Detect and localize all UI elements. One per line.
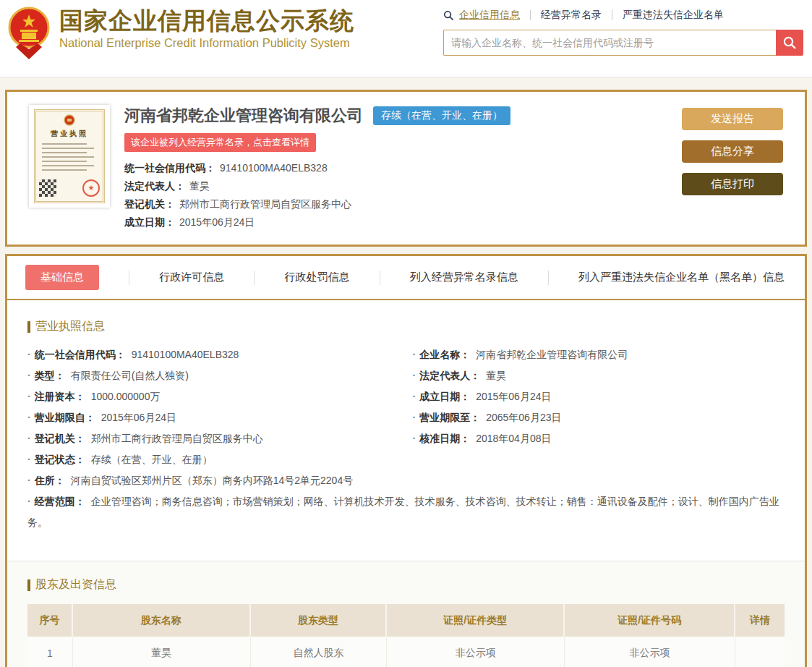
field-registration-authority: 登记机关：郑州市工商行政管理局自贸区服务中心 — [124, 195, 682, 213]
field-address: 住所：河南自贸试验区郑州片区（郑东）商务内环路14号2单元2204号 — [27, 470, 785, 491]
license-text-lines — [39, 143, 100, 171]
status-badge: 存续（在营、开业、在册） — [373, 106, 510, 125]
field-term-from: 营业期限自：2015年06月24日 — [27, 407, 400, 428]
cell-certificate-number: 非公示项 — [565, 637, 735, 667]
nav-link-abnormal-operations[interactable]: 经营异常名录 — [541, 9, 602, 22]
site-title-block: 国家企业信用信息公示系统 National Enterprise Credit … — [59, 6, 354, 50]
site-title-cn: 国家企业信用信息公示系统 — [59, 7, 354, 35]
share-info-button[interactable]: 信息分享 — [682, 140, 783, 163]
company-name: 河南省邦乾企业管理咨询有限公司 — [124, 105, 363, 127]
field-credit-code: 统一社会信用代码：91410100MA40ELB328 — [124, 159, 682, 177]
field-credit-code: 统一社会信用代码：91410100MA40ELB328 — [27, 344, 400, 365]
tab-administrative-penalty[interactable]: 行政处罚信息 — [285, 271, 350, 284]
cell-certificate-type: 非公示项 — [387, 637, 565, 667]
shareholder-section: 股东及出资信息 序号 股东名称 股东类型 证照/证件类型 证照/证件号码 详情 … — [7, 561, 805, 667]
search-input[interactable] — [443, 30, 776, 56]
tab-bar: 基础信息 行政许可信息 行政处罚信息 列入经营异常名录信息 列入严重违法失信企业… — [7, 256, 805, 300]
field-legal-representative: 法定代表人：董昊 — [124, 177, 682, 195]
license-emblem-icon — [64, 114, 75, 127]
shareholder-table: 序号 股东名称 股东类型 证照/证件类型 证照/证件号码 详情 1 董昊 自然人… — [27, 604, 785, 667]
field-approval-date: 核准日期：2018年04月08日 — [413, 428, 785, 449]
print-info-button[interactable]: 信息打印 — [682, 173, 783, 195]
tab-separator — [254, 271, 255, 285]
field-business-scope: 经营范围：企业管理咨询；商务信息咨询；市场营销策划；网络、计算机技术开发、技术服… — [27, 491, 785, 533]
tab-separator — [548, 271, 549, 285]
col-shareholder-type: 股东类型 — [251, 604, 387, 637]
field-legal-representative: 法定代表人：董昊 — [413, 365, 785, 386]
col-detail: 详情 — [735, 604, 785, 637]
tab-administrative-license[interactable]: 行政许可信息 — [159, 271, 224, 284]
detail-card: 基础信息 行政许可信息 行政处罚信息 列入经营异常名录信息 列入严重违法失信企业… — [5, 254, 807, 667]
license-info-section-title: 营业执照信息 — [27, 319, 785, 334]
tab-basic-info[interactable]: 基础信息 — [25, 265, 99, 290]
field-registration-authority: 登记机关：郑州市工商行政管理局自贸区服务中心 — [27, 428, 400, 449]
section-title-bar — [27, 321, 30, 333]
search-button-icon — [782, 35, 797, 50]
field-establishment-date: 成立日期：2015年06月24日 — [124, 213, 682, 231]
license-qr-code — [39, 179, 56, 197]
tab-separator — [129, 271, 129, 285]
tab-separator — [380, 271, 380, 285]
col-certificate-number: 证照/证件号码 — [565, 604, 735, 637]
tab-serious-violations-blacklist[interactable]: 列入严重违法失信企业名单（黑名单）信息 — [578, 271, 785, 284]
field-term-to: 营业期限至：2065年06月23日 — [413, 407, 785, 428]
nav-separator — [530, 10, 531, 20]
cell-shareholder-name: 董昊 — [73, 637, 251, 667]
cell-shareholder-type: 自然人股东 — [251, 637, 387, 667]
cell-detail — [735, 637, 785, 667]
table-header-row: 序号 股东名称 股东类型 证照/证件类型 证照/证件号码 详情 — [27, 604, 785, 637]
send-report-button[interactable]: 发送报告 — [682, 108, 783, 130]
field-registration-status: 登记状态：存续（在营、开业、在册） — [27, 449, 785, 470]
tab-abnormal-operations-list[interactable]: 列入经营异常名录信息 — [410, 271, 518, 284]
nav-link-enterprise-credit[interactable]: 企业信用信息 — [459, 9, 520, 22]
cell-seq: 1 — [27, 637, 73, 667]
search-icon — [443, 10, 454, 21]
shareholder-section-title: 股东及出资信息 — [27, 577, 785, 592]
site-title-en: National Enterprise Credit Information P… — [59, 36, 354, 50]
table-row: 1 董昊 自然人股东 非公示项 非公示项 — [27, 637, 785, 667]
section-title-bar — [27, 579, 30, 591]
col-certificate-type: 证照/证件类型 — [387, 604, 565, 637]
license-title: 营业执照 — [39, 129, 100, 139]
company-summary-card: 营业执照 ★ 河南省邦乾企业管理咨询有限公司 存续（在营、开业、在册） 该企业被… — [5, 90, 807, 247]
search-button[interactable] — [776, 30, 803, 56]
col-shareholder-name: 股东名称 — [73, 604, 251, 637]
site-header: 国家企业信用信息公示系统 National Enterprise Credit … — [0, 0, 812, 77]
national-emblem-logo — [7, 6, 51, 59]
business-license-image[interactable]: 营业执照 ★ — [29, 105, 110, 208]
field-company-type: 类型：有限责任公司(自然人独资) — [27, 365, 400, 386]
nav-separator — [612, 10, 612, 20]
col-seq: 序号 — [27, 604, 73, 637]
header-nav: 企业信用信息 经营异常名录 严重违法失信企业名单 — [443, 7, 803, 23]
field-establishment-date: 成立日期：2015年06月24日 — [413, 386, 785, 407]
field-registered-capital: 注册资本：1000.000000万 — [27, 386, 400, 407]
license-red-seal: ★ — [82, 179, 100, 197]
license-info-fields: 统一社会信用代码：91410100MA40ELB328 企业名称：河南省邦乾企业… — [27, 344, 785, 533]
field-company-name: 企业名称：河南省邦乾企业管理咨询有限公司 — [413, 344, 785, 365]
nav-link-serious-violations[interactable]: 严重违法失信企业名单 — [623, 9, 724, 22]
abnormal-operations-alert-badge[interactable]: 该企业被列入经营异常名录，点击查看详情 — [124, 133, 316, 152]
